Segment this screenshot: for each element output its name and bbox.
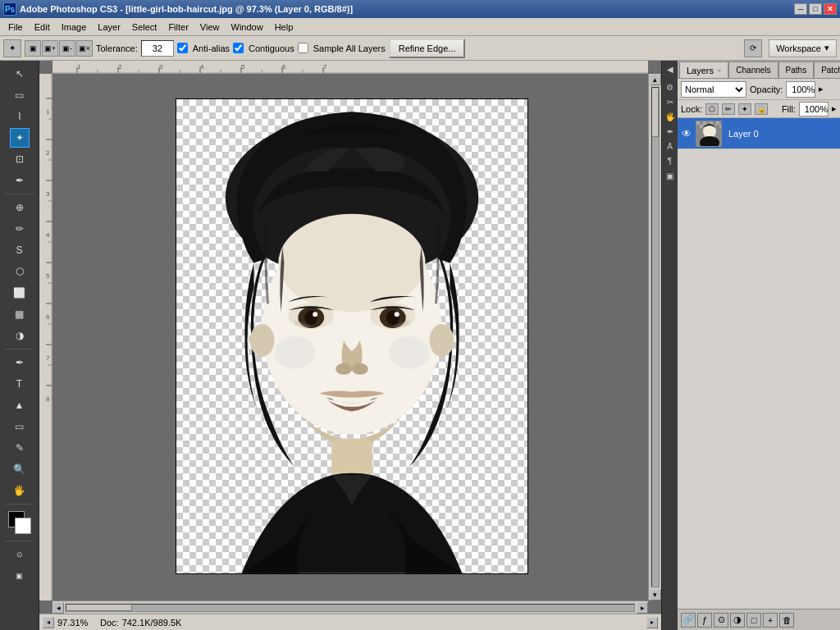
panel-icon-1[interactable]: ⚙ — [664, 80, 677, 94]
panel-icon-7[interactable]: ▣ — [664, 169, 677, 182]
horizontal-scrollbar[interactable]: ◂ ▸ — [52, 600, 648, 614]
opacity-arrow[interactable]: ▸ — [819, 84, 824, 94]
tab-channels[interactable]: Channels — [728, 62, 778, 78]
menu-view[interactable]: View — [195, 21, 225, 34]
menu-layer[interactable]: Layer — [93, 21, 126, 34]
tab-patches[interactable]: Patches — [814, 62, 840, 78]
scroll-right-button[interactable]: ▸ — [637, 602, 648, 614]
fill-input[interactable] — [799, 102, 829, 116]
subtract-selection-icon[interactable]: ▣- — [59, 40, 75, 57]
scroll-thumb-v[interactable] — [652, 88, 659, 137]
screen-mode-btn[interactable]: ▣ — [10, 566, 30, 586]
zoom-tool[interactable]: 🔍 — [10, 459, 30, 479]
lock-transparent-btn[interactable]: ⬡ — [705, 103, 719, 115]
lock-image-btn[interactable]: ✏ — [722, 103, 735, 115]
tolerance-input[interactable] — [141, 40, 174, 57]
menu-window[interactable]: Window — [226, 21, 268, 34]
ruler-horizontal: 1 2 3 4 5 6 7 — [52, 61, 648, 74]
ruler-vertical: 1 2 3 4 5 6 7 8 — [39, 74, 52, 600]
delete-layer-button[interactable]: 🗑 — [779, 613, 794, 628]
panel-icon-6[interactable]: ¶ — [664, 154, 677, 167]
fill-arrow[interactable]: ▸ — [832, 103, 837, 114]
gradient-tool[interactable]: ▦ — [10, 304, 30, 324]
fill-label: Fill: — [782, 104, 796, 114]
panel-collapse-button[interactable]: ◀ — [664, 62, 677, 75]
minimize-button[interactable]: ─ — [794, 3, 807, 15]
svg-point-55 — [313, 312, 317, 317]
menu-edit[interactable]: Edit — [30, 21, 55, 34]
layer-style-button[interactable]: ƒ — [697, 613, 712, 628]
layer-0-visibility[interactable]: 👁 — [681, 128, 692, 139]
eyedropper-tool[interactable]: ✒ — [10, 171, 30, 190]
tab-paths[interactable]: Paths — [778, 62, 815, 78]
scroll-right-status[interactable]: ▸ — [646, 617, 658, 628]
eraser-tool[interactable]: ⬜ — [10, 283, 30, 303]
magic-wand-tool[interactable]: ✦ — [10, 128, 30, 148]
new-group-button[interactable]: □ — [746, 613, 761, 628]
opacity-input[interactable] — [786, 81, 815, 98]
dodge-tool[interactable]: ◑ — [10, 326, 30, 345]
add-selection-icon[interactable]: ▣+ — [42, 40, 58, 57]
blend-mode-select[interactable]: Normal Multiply Screen — [681, 81, 746, 98]
tab-layers[interactable]: Layers × — [679, 62, 728, 78]
brush-tool[interactable]: ✏ — [10, 219, 30, 239]
background-color[interactable] — [15, 518, 31, 534]
crop-tool[interactable]: ⊡ — [10, 149, 30, 169]
refine-edge-button[interactable]: Refine Edge... — [389, 39, 466, 58]
tab-layers-close[interactable]: × — [717, 66, 721, 75]
quick-mask-btn[interactable]: ⊙ — [10, 545, 30, 564]
panel-icon-3[interactable]: 🖐 — [664, 110, 677, 123]
notes-tool[interactable]: ✎ — [10, 438, 30, 458]
app-title: Adobe Photoshop CS3 - [little-girl-bob-h… — [20, 4, 353, 14]
svg-text:6: 6 — [282, 63, 286, 71]
healing-brush-tool[interactable]: ⊕ — [10, 198, 30, 217]
hand-tool[interactable]: 🖐 — [10, 481, 30, 500]
menu-image[interactable]: Image — [57, 21, 92, 34]
color-swatches[interactable] — [8, 511, 31, 534]
link-layers-button[interactable]: 🔗 — [681, 613, 696, 628]
anti-alias-checkbox[interactable] — [177, 43, 188, 53]
scroll-track-v[interactable] — [651, 87, 660, 587]
sample-all-checkbox[interactable] — [298, 43, 308, 53]
menu-file[interactable]: File — [3, 21, 28, 34]
text-tool[interactable]: T — [10, 374, 30, 394]
layer-0-name: Layer 0 — [725, 129, 759, 139]
new-selection-icon[interactable]: ▣ — [25, 40, 41, 57]
close-button[interactable]: ✕ — [824, 3, 837, 15]
lasso-tool[interactable]: ⌇ — [10, 107, 30, 126]
add-mask-button[interactable]: ⊙ — [714, 613, 728, 628]
scroll-left-status[interactable]: ◂ — [43, 617, 54, 628]
lock-all-btn[interactable]: 🔒 — [755, 103, 768, 115]
intersect-selection-icon[interactable]: ▣× — [76, 40, 93, 57]
scroll-track-h[interactable] — [66, 604, 635, 612]
new-layer-button[interactable]: + — [763, 613, 778, 628]
panel-icon-5[interactable]: A — [664, 139, 677, 153]
panel-icon-2[interactable]: ✂ — [664, 95, 677, 108]
move-tool[interactable]: ↖ — [10, 64, 30, 84]
scroll-thumb-h[interactable] — [66, 605, 132, 611]
svg-point-63 — [274, 336, 315, 369]
scroll-up-button[interactable]: ▴ — [650, 74, 661, 85]
history-brush-tool[interactable]: ⬡ — [10, 262, 30, 281]
clone-stamp-tool[interactable]: S — [10, 240, 30, 260]
rectangular-marquee-tool[interactable]: ▭ — [10, 85, 30, 105]
layer-row-0[interactable]: 👁 — [678, 118, 840, 149]
panel-icon-4[interactable]: ✒ — [664, 125, 677, 138]
scroll-left-button[interactable]: ◂ — [52, 602, 64, 614]
workspace-button[interactable]: Workspace ▾ — [769, 39, 837, 57]
right-side: ◀ ⚙ ✂ 🖐 ✒ A ¶ ▣ Layers × Channels Paths — [661, 61, 840, 630]
shape-tool[interactable]: ▭ — [10, 417, 30, 436]
menu-help[interactable]: Help — [270, 21, 299, 34]
contiguous-checkbox[interactable] — [233, 43, 244, 53]
new-adjustment-button[interactable]: ◑ — [730, 613, 745, 628]
path-selection-tool[interactable]: ▲ — [10, 395, 30, 415]
lock-label: Lock: — [681, 104, 702, 114]
restore-button[interactable]: □ — [809, 3, 822, 15]
canvas-rotation-icon: ⟳ — [744, 39, 762, 57]
lock-position-btn[interactable]: ✦ — [738, 103, 751, 115]
scroll-down-button[interactable]: ▾ — [650, 589, 661, 600]
menu-select[interactable]: Select — [127, 21, 162, 34]
vertical-scrollbar[interactable]: ▴ ▾ — [648, 74, 661, 600]
menu-filter[interactable]: Filter — [163, 21, 193, 34]
pen-tool[interactable]: ✒ — [10, 353, 30, 372]
